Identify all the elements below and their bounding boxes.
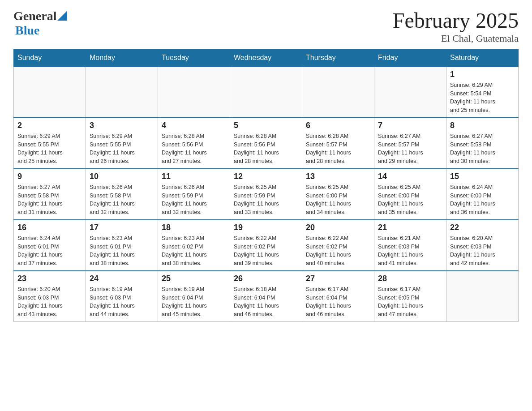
- day-number: 17: [90, 223, 154, 232]
- logo-triangle-icon: [57, 11, 67, 21]
- column-header-wednesday: Wednesday: [230, 49, 302, 67]
- calendar-cell: 16Sunrise: 6:24 AM Sunset: 6:01 PM Dayli…: [14, 220, 86, 271]
- calendar-cell: [14, 67, 86, 118]
- calendar-cell: 10Sunrise: 6:26 AM Sunset: 5:58 PM Dayli…: [86, 169, 158, 220]
- day-number: 10: [90, 172, 154, 181]
- calendar-cell: [158, 67, 230, 118]
- location-title: El Chal, Guatemala: [393, 33, 519, 44]
- week-row-1: 1Sunrise: 6:29 AM Sunset: 5:54 PM Daylig…: [14, 67, 519, 118]
- day-number: 24: [90, 274, 154, 283]
- calendar-cell: 18Sunrise: 6:23 AM Sunset: 6:02 PM Dayli…: [158, 220, 230, 271]
- day-number: 28: [378, 274, 442, 283]
- day-number: 15: [450, 172, 515, 181]
- day-info: Sunrise: 6:29 AM Sunset: 5:55 PM Dayligh…: [90, 132, 154, 166]
- page-header: General Blue February 2025 El Chal, Guat…: [13, 9, 519, 44]
- day-number: 20: [306, 223, 370, 232]
- calendar-cell: 22Sunrise: 6:20 AM Sunset: 6:03 PM Dayli…: [446, 220, 519, 271]
- week-row-2: 2Sunrise: 6:29 AM Sunset: 5:55 PM Daylig…: [14, 118, 519, 169]
- day-info: Sunrise: 6:21 AM Sunset: 6:03 PM Dayligh…: [378, 234, 442, 268]
- day-number: 16: [17, 223, 82, 232]
- day-info: Sunrise: 6:24 AM Sunset: 6:00 PM Dayligh…: [450, 183, 515, 217]
- calendar-cell: 6Sunrise: 6:28 AM Sunset: 5:57 PM Daylig…: [302, 118, 374, 169]
- day-info: Sunrise: 6:23 AM Sunset: 6:01 PM Dayligh…: [90, 234, 154, 268]
- day-number: 25: [162, 274, 226, 283]
- calendar-cell: 25Sunrise: 6:19 AM Sunset: 6:04 PM Dayli…: [158, 271, 230, 322]
- day-info: Sunrise: 6:18 AM Sunset: 6:04 PM Dayligh…: [234, 285, 298, 319]
- day-info: Sunrise: 6:27 AM Sunset: 5:58 PM Dayligh…: [17, 183, 82, 217]
- day-number: 1: [450, 70, 515, 79]
- calendar-header-row: SundayMondayTuesdayWednesdayThursdayFrid…: [14, 49, 519, 67]
- column-header-thursday: Thursday: [302, 49, 374, 67]
- day-number: 11: [162, 172, 226, 181]
- month-title: February 2025: [393, 9, 519, 33]
- logo-general-text: General: [13, 9, 56, 23]
- day-info: Sunrise: 6:23 AM Sunset: 6:02 PM Dayligh…: [162, 234, 226, 268]
- day-number: 27: [306, 274, 370, 283]
- logo: General Blue: [13, 9, 67, 38]
- column-header-monday: Monday: [86, 49, 158, 67]
- day-number: 9: [17, 172, 82, 181]
- calendar-cell: 23Sunrise: 6:20 AM Sunset: 6:03 PM Dayli…: [14, 271, 86, 322]
- calendar-cell: [302, 67, 374, 118]
- column-header-friday: Friday: [374, 49, 446, 67]
- calendar-cell: 8Sunrise: 6:27 AM Sunset: 5:58 PM Daylig…: [446, 118, 519, 169]
- day-number: 7: [378, 121, 442, 130]
- week-row-5: 23Sunrise: 6:20 AM Sunset: 6:03 PM Dayli…: [14, 271, 519, 322]
- day-info: Sunrise: 6:28 AM Sunset: 5:56 PM Dayligh…: [162, 132, 226, 166]
- day-info: Sunrise: 6:20 AM Sunset: 6:03 PM Dayligh…: [17, 285, 82, 319]
- day-info: Sunrise: 6:29 AM Sunset: 5:54 PM Dayligh…: [450, 81, 515, 115]
- day-number: 26: [234, 274, 298, 283]
- calendar-cell: 3Sunrise: 6:29 AM Sunset: 5:55 PM Daylig…: [86, 118, 158, 169]
- calendar-cell: [446, 271, 519, 322]
- day-info: Sunrise: 6:22 AM Sunset: 6:02 PM Dayligh…: [234, 234, 298, 268]
- day-number: 23: [17, 274, 82, 283]
- calendar-cell: 27Sunrise: 6:17 AM Sunset: 6:04 PM Dayli…: [302, 271, 374, 322]
- day-info: Sunrise: 6:25 AM Sunset: 6:00 PM Dayligh…: [306, 183, 370, 217]
- day-number: 18: [162, 223, 226, 232]
- day-number: 12: [234, 172, 298, 181]
- calendar-table: SundayMondayTuesdayWednesdayThursdayFrid…: [13, 49, 519, 322]
- calendar-cell: 7Sunrise: 6:27 AM Sunset: 5:57 PM Daylig…: [374, 118, 446, 169]
- calendar-cell: 17Sunrise: 6:23 AM Sunset: 6:01 PM Dayli…: [86, 220, 158, 271]
- day-info: Sunrise: 6:17 AM Sunset: 6:04 PM Dayligh…: [306, 285, 370, 319]
- calendar-cell: 15Sunrise: 6:24 AM Sunset: 6:00 PM Dayli…: [446, 169, 519, 220]
- day-info: Sunrise: 6:28 AM Sunset: 5:56 PM Dayligh…: [234, 132, 298, 166]
- day-number: 21: [378, 223, 442, 232]
- calendar-cell: [230, 67, 302, 118]
- calendar-cell: 12Sunrise: 6:25 AM Sunset: 5:59 PM Dayli…: [230, 169, 302, 220]
- day-info: Sunrise: 6:27 AM Sunset: 5:58 PM Dayligh…: [450, 132, 515, 166]
- calendar-cell: 11Sunrise: 6:26 AM Sunset: 5:59 PM Dayli…: [158, 169, 230, 220]
- day-info: Sunrise: 6:19 AM Sunset: 6:03 PM Dayligh…: [90, 285, 154, 319]
- calendar-cell: 19Sunrise: 6:22 AM Sunset: 6:02 PM Dayli…: [230, 220, 302, 271]
- day-number: 6: [306, 121, 370, 130]
- day-number: 3: [90, 121, 154, 130]
- column-header-sunday: Sunday: [14, 49, 86, 67]
- svg-marker-0: [57, 11, 67, 21]
- day-number: 5: [234, 121, 298, 130]
- day-info: Sunrise: 6:26 AM Sunset: 5:58 PM Dayligh…: [90, 183, 154, 217]
- calendar-cell: 24Sunrise: 6:19 AM Sunset: 6:03 PM Dayli…: [86, 271, 158, 322]
- week-row-3: 9Sunrise: 6:27 AM Sunset: 5:58 PM Daylig…: [14, 169, 519, 220]
- calendar-cell: 20Sunrise: 6:22 AM Sunset: 6:02 PM Dayli…: [302, 220, 374, 271]
- calendar-cell: 13Sunrise: 6:25 AM Sunset: 6:00 PM Dayli…: [302, 169, 374, 220]
- calendar-cell: 21Sunrise: 6:21 AM Sunset: 6:03 PM Dayli…: [374, 220, 446, 271]
- day-info: Sunrise: 6:25 AM Sunset: 5:59 PM Dayligh…: [234, 183, 298, 217]
- day-info: Sunrise: 6:17 AM Sunset: 6:05 PM Dayligh…: [378, 285, 442, 319]
- day-info: Sunrise: 6:22 AM Sunset: 6:02 PM Dayligh…: [306, 234, 370, 268]
- calendar-cell: [374, 67, 446, 118]
- day-info: Sunrise: 6:24 AM Sunset: 6:01 PM Dayligh…: [17, 234, 82, 268]
- day-number: 14: [378, 172, 442, 181]
- day-number: 13: [306, 172, 370, 181]
- calendar-cell: [86, 67, 158, 118]
- day-info: Sunrise: 6:28 AM Sunset: 5:57 PM Dayligh…: [306, 132, 370, 166]
- day-info: Sunrise: 6:29 AM Sunset: 5:55 PM Dayligh…: [17, 132, 82, 166]
- logo-blue-text: Blue: [15, 23, 39, 38]
- day-number: 4: [162, 121, 226, 130]
- day-number: 2: [17, 121, 82, 130]
- day-info: Sunrise: 6:19 AM Sunset: 6:04 PM Dayligh…: [162, 285, 226, 319]
- day-info: Sunrise: 6:25 AM Sunset: 6:00 PM Dayligh…: [378, 183, 442, 217]
- title-section: February 2025 El Chal, Guatemala: [393, 9, 519, 44]
- column-header-tuesday: Tuesday: [158, 49, 230, 67]
- day-number: 19: [234, 223, 298, 232]
- day-info: Sunrise: 6:26 AM Sunset: 5:59 PM Dayligh…: [162, 183, 226, 217]
